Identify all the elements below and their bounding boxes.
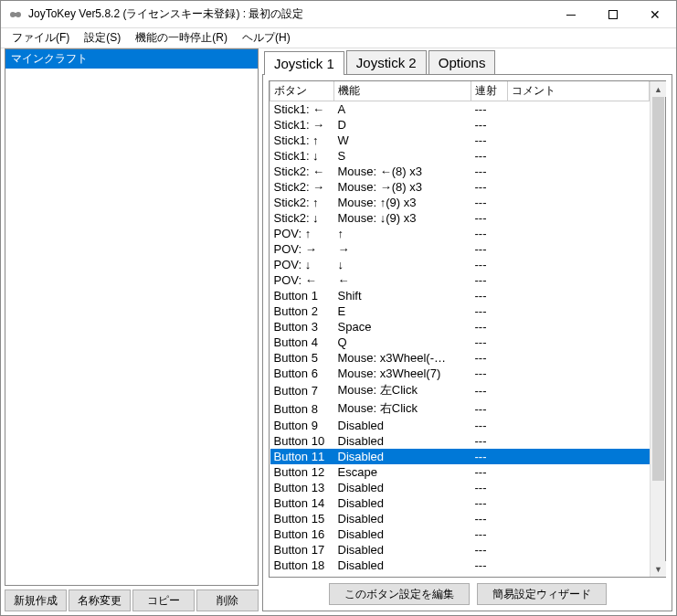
- profile-item[interactable]: マインクラフト: [5, 49, 258, 69]
- tab-joystick2[interactable]: Joystick 2: [346, 50, 427, 74]
- table-cell: [508, 335, 650, 350]
- table-row[interactable]: Button 1Shift---: [270, 288, 650, 303]
- table-cell: W: [334, 133, 471, 148]
- table-row[interactable]: Button 15Disabled---: [270, 511, 650, 526]
- table-cell: Q: [334, 335, 471, 350]
- table-row[interactable]: Button 17Disabled---: [270, 542, 650, 558]
- table-row[interactable]: POV: ↑↑---: [270, 226, 650, 241]
- copy-profile-button[interactable]: コピー: [132, 589, 195, 611]
- table-row[interactable]: Button 10Disabled---: [270, 433, 650, 449]
- table-row[interactable]: Stick1: ↑W---: [270, 133, 650, 148]
- table-cell: Button 17: [270, 542, 334, 558]
- table-cell: Button 11: [270, 449, 334, 464]
- table-row[interactable]: Stick1: ←A---: [270, 101, 650, 118]
- table-cell: Disabled: [334, 511, 471, 526]
- table-row[interactable]: Button 16Disabled---: [270, 526, 650, 542]
- table-row[interactable]: Button 19Disabled---: [270, 573, 650, 577]
- table-cell: ---: [471, 399, 508, 418]
- rename-profile-button[interactable]: 名称変更: [69, 589, 131, 611]
- table-cell: ---: [471, 117, 508, 133]
- table-row[interactable]: Button 2E---: [270, 303, 650, 319]
- table-cell: ←: [334, 272, 471, 288]
- maximize-button[interactable]: [592, 1, 634, 28]
- table-cell: [508, 133, 650, 148]
- col-button[interactable]: ボタン: [270, 81, 334, 101]
- menu-pause[interactable]: 機能の一時停止(R): [128, 27, 235, 48]
- profile-list[interactable]: マインクラフト: [5, 48, 259, 586]
- menu-settings[interactable]: 設定(S): [77, 27, 128, 48]
- table-cell: Button 6: [270, 366, 334, 381]
- col-function[interactable]: 機能: [334, 81, 471, 101]
- table-cell: [508, 117, 650, 133]
- tab-strip: Joystick 1 Joystick 2 Options: [262, 48, 672, 74]
- table-row[interactable]: POV: ←←---: [270, 272, 650, 288]
- table-row[interactable]: Button 9Disabled---: [270, 418, 650, 433]
- easy-setup-wizard[interactable]: 簡易設定ウィザード: [477, 583, 607, 605]
- table-row[interactable]: Button 11Disabled---: [270, 449, 650, 464]
- table-row[interactable]: Button 3Space---: [270, 319, 650, 335]
- table-cell: ---: [471, 335, 508, 350]
- tab-joystick1[interactable]: Joystick 1: [264, 51, 344, 75]
- minimize-button[interactable]: ─: [550, 1, 592, 28]
- svg-rect-2: [12, 13, 19, 16]
- table-cell: [508, 526, 650, 542]
- table-row[interactable]: Button 7Mouse: 左Click---: [270, 381, 650, 399]
- table-cell: Stick1: ←: [270, 101, 334, 118]
- table-cell: Stick1: ↓: [270, 148, 334, 164]
- vertical-scrollbar[interactable]: ▲ ▼: [650, 81, 665, 577]
- table-cell: ---: [471, 418, 508, 433]
- mapping-table-wrap: ボタン 機能 連射 コメント Stick1: ←A---Stick1: →D--…: [269, 80, 666, 578]
- table-row[interactable]: POV: →→---: [270, 241, 650, 257]
- new-profile-button[interactable]: 新規作成: [5, 589, 67, 611]
- table-row[interactable]: Button 5Mouse: x3Wheel(-…---: [270, 350, 650, 366]
- table-row[interactable]: Button 6Mouse: x3Wheel(7)---: [270, 366, 650, 381]
- tab-options[interactable]: Options: [428, 50, 496, 74]
- table-cell: ---: [471, 319, 508, 335]
- edit-button-settings[interactable]: このボタン設定を編集: [329, 583, 470, 605]
- menu-file[interactable]: ファイル(F): [5, 27, 77, 48]
- table-cell: Disabled: [334, 480, 471, 495]
- app-window: JoyToKey Ver5.8.2 (ライセンスキー未登録) : 最初の設定 ─…: [0, 0, 677, 616]
- table-cell: Mouse: x3Wheel(-…: [334, 350, 471, 366]
- table-cell: S: [334, 148, 471, 164]
- table-cell: [508, 418, 650, 433]
- table-cell: Stick2: →: [270, 179, 334, 195]
- table-row[interactable]: POV: ↓↓---: [270, 257, 650, 272]
- menu-help[interactable]: ヘルプ(H): [235, 27, 298, 48]
- table-cell: Disabled: [334, 449, 471, 464]
- close-button[interactable]: ✕: [634, 1, 676, 28]
- table-cell: ---: [471, 526, 508, 542]
- table-cell: Button 19: [270, 573, 334, 577]
- table-cell: [508, 164, 650, 179]
- table-row[interactable]: Button 14Disabled---: [270, 495, 650, 511]
- table-cell: [508, 350, 650, 366]
- table-cell: Disabled: [334, 573, 471, 577]
- table-row[interactable]: Stick2: ←Mouse: ←(8) x3---: [270, 164, 650, 179]
- maximize-icon: [608, 7, 618, 22]
- table-cell: Shift: [334, 288, 471, 303]
- col-rapid[interactable]: 連射: [471, 81, 508, 101]
- col-comment[interactable]: コメント: [508, 81, 650, 101]
- right-panel: Joystick 1 Joystick 2 Options: [262, 48, 672, 611]
- table-row[interactable]: Stick2: ↑Mouse: ↑(9) x3---: [270, 195, 650, 210]
- table-cell: ---: [471, 133, 508, 148]
- table-row[interactable]: Stick1: →D---: [270, 117, 650, 133]
- scroll-down-icon[interactable]: ▼: [651, 561, 666, 577]
- table-cell: [508, 210, 650, 226]
- app-icon: [8, 7, 23, 22]
- table-cell: Disabled: [334, 542, 471, 558]
- table-cell: Mouse: 左Click: [334, 381, 471, 399]
- table-cell: Disabled: [334, 418, 471, 433]
- table-row[interactable]: Button 13Disabled---: [270, 480, 650, 495]
- scroll-up-icon[interactable]: ▲: [651, 81, 666, 97]
- table-row[interactable]: Button 8Mouse: 右Click---: [270, 399, 650, 418]
- table-row[interactable]: Stick1: ↓S---: [270, 148, 650, 164]
- table-row[interactable]: Button 18Disabled---: [270, 558, 650, 573]
- table-row[interactable]: Button 12Escape---: [270, 464, 650, 480]
- table-row[interactable]: Stick2: ↓Mouse: ↓(9) x3---: [270, 210, 650, 226]
- table-cell: [508, 449, 650, 464]
- table-row[interactable]: Stick2: →Mouse: →(8) x3---: [270, 179, 650, 195]
- delete-profile-button[interactable]: 削除: [196, 589, 259, 611]
- table-row[interactable]: Button 4Q---: [270, 335, 650, 350]
- scroll-thumb[interactable]: [652, 97, 664, 481]
